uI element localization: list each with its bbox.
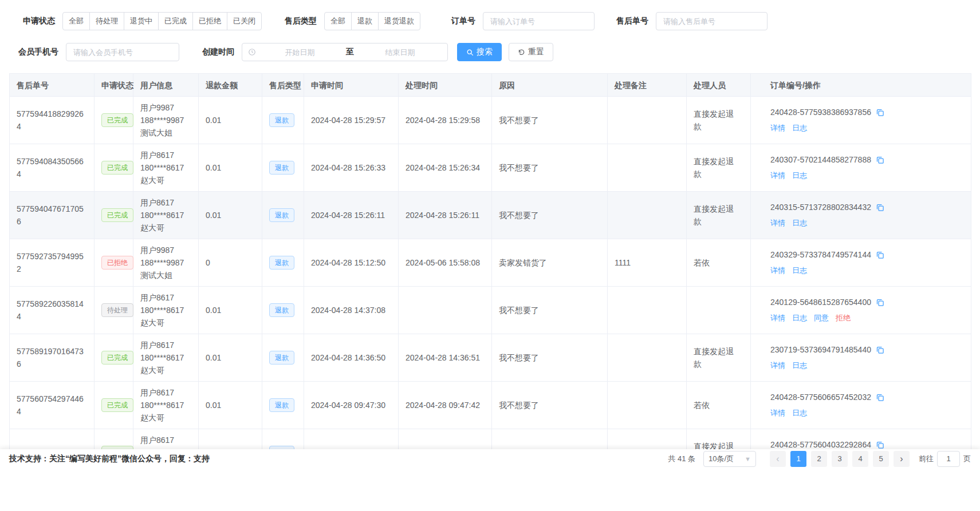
action-log-link[interactable]: 日志 [792, 219, 807, 227]
apply-status-option-5[interactable]: 已关闭 [227, 12, 262, 30]
copy-icon[interactable] [876, 393, 884, 405]
apply-time-cell: 2024-04-28 15:26:11 [304, 192, 399, 239]
type-tag: 退款 [269, 208, 294, 222]
column-header-1: 申请状态 [95, 74, 133, 97]
aftersale-no-input[interactable] [656, 12, 768, 30]
apply-time-cell: 2024-04-28 14:37:08 [304, 287, 399, 334]
order-no-input[interactable] [483, 12, 595, 30]
search-button[interactable]: 搜索 [457, 43, 502, 61]
action-detail-link[interactable]: 详情 [770, 171, 785, 180]
handle-time-cell: 2024-04-28 15:26:34 [399, 144, 492, 192]
table-row: 5775944188299264已完成用户9987188****9987测试大姐… [10, 97, 971, 144]
action-log-link[interactable]: 日志 [792, 266, 807, 275]
start-date-input[interactable] [258, 48, 341, 57]
column-header-0: 售后单号 [10, 74, 95, 97]
chevron-down-icon: ▼ [745, 455, 751, 462]
copy-icon[interactable] [876, 155, 884, 168]
copy-icon[interactable] [876, 298, 884, 310]
status-tag: 已完成 [101, 113, 133, 127]
page-button-4[interactable]: 4 [852, 451, 868, 467]
user-info-line: 180****8617 [140, 399, 191, 411]
page-button-5[interactable]: 5 [873, 451, 889, 467]
order-no: 240428-5775606657452032 [770, 391, 964, 405]
action-log-link[interactable]: 日志 [792, 171, 807, 180]
copy-icon[interactable] [876, 203, 884, 215]
apply-status-option-4[interactable]: 已拒绝 [192, 12, 227, 30]
copy-icon[interactable] [876, 108, 884, 120]
type-tag: 退款 [269, 303, 294, 317]
action-log-link[interactable]: 日志 [792, 314, 807, 322]
status-cell: 已完成 [95, 334, 133, 382]
type-tag: 退款 [269, 398, 294, 412]
jump-label: 前往 [919, 454, 934, 464]
status-cell: 已完成 [95, 382, 133, 429]
apply-status-option-3[interactable]: 已完成 [158, 12, 193, 30]
apply-status-option-1[interactable]: 待处理 [89, 12, 124, 30]
action-detail-link[interactable]: 详情 [770, 314, 785, 322]
table-row: 5775607542974464已完成用户8617180****8617赵大哥0… [10, 382, 971, 429]
action-log-link[interactable]: 日志 [792, 409, 807, 417]
remark-cell [608, 287, 687, 334]
column-header-10: 订单编号/操作 [751, 74, 971, 97]
amount-cell: 0.01 [199, 97, 262, 144]
aftersale-type-option-0[interactable]: 全部 [324, 12, 352, 30]
action-log-link[interactable]: 日志 [792, 124, 807, 132]
amount-cell: 0.01 [199, 382, 262, 429]
copy-icon[interactable] [876, 250, 884, 263]
type-tag: 退款 [269, 351, 294, 365]
date-separator: 至 [341, 47, 359, 57]
copy-icon[interactable] [876, 345, 884, 358]
next-page-button[interactable]: › [894, 451, 910, 467]
reason-cell: 我不想要了 [492, 287, 608, 334]
reset-button[interactable]: 重置 [509, 43, 553, 61]
aftersale-type-option-2[interactable]: 退货退款 [378, 12, 420, 30]
page-button-3[interactable]: 3 [832, 451, 848, 467]
action-detail-link[interactable]: 详情 [770, 219, 785, 227]
amount-cell: 0.01 [199, 287, 262, 334]
status-tag: 已完成 [101, 208, 133, 222]
order-no: 230719-5373694791485440 [770, 343, 964, 358]
action-detail-link[interactable]: 详情 [770, 409, 785, 417]
action-log-link[interactable]: 日志 [792, 361, 807, 370]
type-tag: 退款 [269, 113, 294, 127]
status-cell: 已完成 [95, 144, 133, 192]
action-detail-link[interactable]: 详情 [770, 124, 785, 132]
table-row: 5775892260358144待处理用户8617180****8617赵大哥0… [10, 287, 971, 334]
page-size-select[interactable]: 10条/页 ▼ [703, 451, 756, 467]
prev-page-button[interactable]: ‹ [770, 451, 786, 467]
remark-cell [608, 334, 687, 382]
jump-page-input[interactable] [937, 451, 960, 467]
action-detail-link[interactable]: 详情 [770, 361, 785, 370]
end-date-input[interactable] [359, 48, 442, 57]
type-cell: 退款 [262, 287, 304, 334]
handler-cell [687, 287, 751, 334]
create-time-range-picker[interactable]: 至 [242, 43, 448, 61]
order-no: 240307-5702144858277888 [770, 153, 964, 168]
user-info-line: 测试大姐 [140, 269, 191, 282]
aftersale-type-option-1[interactable]: 退款 [351, 12, 379, 30]
table-wrap: 售后单号申请状态用户信息退款金额售后类型申请时间处理时间原因处理备注处理人员订单… [9, 73, 971, 477]
user-info-line: 180****8617 [140, 209, 191, 221]
type-cell: 退款 [262, 239, 304, 287]
create-time-label: 创建时间 [202, 47, 234, 57]
status-cell: 待处理 [95, 287, 133, 334]
action-approve-link[interactable]: 同意 [814, 314, 829, 322]
type-tag: 退款 [269, 256, 294, 270]
apply-status-option-0[interactable]: 全部 [62, 12, 90, 30]
page-button-1[interactable]: 1 [790, 451, 806, 467]
user-info-line: 赵大哥 [140, 364, 191, 377]
order-no: 240329-5733784749574144 [770, 248, 964, 263]
type-cell: 退款 [262, 334, 304, 382]
apply-status-option-2[interactable]: 退货中 [124, 12, 159, 30]
aftersale-no-cell: 5775607542974464 [10, 382, 95, 429]
apply-time-cell: 2024-04-28 09:47:30 [304, 382, 399, 429]
aftersale-no-cell: 5775927357949952 [10, 239, 95, 287]
page-button-2[interactable]: 2 [811, 451, 827, 467]
total-count: 共 41 条 [668, 454, 695, 464]
action-detail-link[interactable]: 详情 [770, 266, 785, 275]
member-phone-input[interactable] [66, 43, 179, 61]
handler-cell: 直接发起退款 [687, 144, 751, 192]
aftersale-no-cell: 5775891970164736 [10, 334, 95, 382]
remark-cell [608, 382, 687, 429]
action-reject-link[interactable]: 拒绝 [836, 314, 851, 322]
